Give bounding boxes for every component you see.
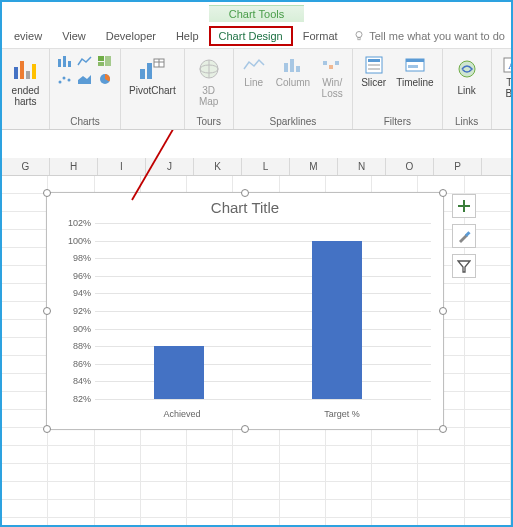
x-category-target: Target % bbox=[297, 409, 387, 419]
funnel-icon bbox=[457, 259, 471, 273]
svg-rect-18 bbox=[147, 63, 152, 79]
map-3d-label: 3D Map bbox=[199, 85, 218, 107]
y-tick-label: 82% bbox=[57, 394, 91, 404]
tab-developer[interactable]: Developer bbox=[96, 26, 166, 46]
area-chart-icon[interactable] bbox=[76, 71, 94, 87]
globe-icon bbox=[195, 57, 223, 81]
svg-rect-26 bbox=[290, 59, 294, 72]
timeline-button[interactable]: Timeline bbox=[394, 53, 435, 90]
tab-format[interactable]: Format bbox=[293, 26, 348, 46]
sparkline-column-label: Column bbox=[276, 77, 310, 88]
recommended-charts-icon bbox=[12, 57, 40, 81]
tab-review[interactable]: eview bbox=[4, 26, 52, 46]
svg-rect-36 bbox=[406, 59, 424, 62]
sparkline-winloss-label: Win/ Loss bbox=[322, 77, 343, 99]
svg-point-12 bbox=[59, 81, 62, 84]
resize-handle[interactable] bbox=[43, 189, 51, 197]
line-chart-icon[interactable] bbox=[76, 53, 94, 69]
chart-type-grid bbox=[56, 53, 114, 87]
tell-me-label: Tell me what you want to do bbox=[369, 30, 505, 42]
column-header[interactable]: G bbox=[2, 158, 50, 175]
link-label: Link bbox=[457, 85, 475, 96]
chart-plot-area[interactable] bbox=[95, 223, 431, 399]
map-3d-button[interactable]: 3D Map bbox=[191, 53, 227, 109]
chart-bar[interactable] bbox=[312, 241, 362, 399]
resize-handle[interactable] bbox=[241, 425, 249, 433]
resize-handle[interactable] bbox=[439, 425, 447, 433]
pivotchart-button[interactable]: PivotChart bbox=[127, 53, 178, 98]
resize-handle[interactable] bbox=[241, 189, 249, 197]
column-header[interactable]: I bbox=[98, 158, 146, 175]
svg-rect-8 bbox=[68, 61, 71, 67]
column-header[interactable]: N bbox=[338, 158, 386, 175]
bar-chart-icon[interactable] bbox=[56, 53, 74, 69]
svg-rect-28 bbox=[323, 61, 327, 65]
y-tick-label: 96% bbox=[57, 271, 91, 281]
column-header[interactable]: H bbox=[50, 158, 98, 175]
y-tick-label: 100% bbox=[57, 236, 91, 246]
textbox-label: Te Bo bbox=[505, 77, 513, 99]
charts-group-label: Charts bbox=[70, 116, 99, 129]
links-group-label: Links bbox=[455, 116, 478, 129]
chart-filter-button[interactable] bbox=[452, 254, 476, 278]
svg-rect-29 bbox=[329, 65, 333, 69]
column-header[interactable]: M bbox=[290, 158, 338, 175]
column-header[interactable]: O bbox=[386, 158, 434, 175]
column-header[interactable]: P bbox=[434, 158, 482, 175]
svg-rect-9 bbox=[98, 56, 104, 61]
resize-handle[interactable] bbox=[43, 307, 51, 315]
svg-point-13 bbox=[63, 77, 66, 80]
plus-icon bbox=[457, 199, 471, 213]
svg-rect-6 bbox=[58, 59, 61, 67]
link-button[interactable]: Link bbox=[449, 53, 485, 98]
tab-chart-design[interactable]: Chart Design bbox=[209, 26, 293, 46]
sparkline-winloss-icon bbox=[321, 57, 343, 73]
hierarchy-chart-icon[interactable] bbox=[96, 53, 114, 69]
worksheet[interactable]: GHIJKLMNOP Chart Title Achieved Target %… bbox=[2, 130, 511, 525]
y-tick-label: 84% bbox=[57, 376, 91, 386]
tell-me-search[interactable]: Tell me what you want to do bbox=[353, 30, 511, 42]
svg-rect-32 bbox=[368, 59, 380, 62]
svg-rect-10 bbox=[105, 56, 111, 66]
tab-bar: eview View Developer Help Chart Design F… bbox=[2, 24, 511, 48]
chart-styles-button[interactable] bbox=[452, 224, 476, 248]
svg-rect-11 bbox=[98, 62, 104, 66]
y-tick-label: 94% bbox=[57, 288, 91, 298]
tab-help[interactable]: Help bbox=[166, 26, 209, 46]
chart-elements-button[interactable] bbox=[452, 194, 476, 218]
svg-point-0 bbox=[356, 32, 362, 38]
pivotchart-icon bbox=[138, 57, 166, 81]
sparkline-winloss-button[interactable]: Win/ Loss bbox=[318, 53, 346, 101]
y-tick-label: 102% bbox=[57, 218, 91, 228]
sparkline-line-button[interactable]: Line bbox=[240, 53, 268, 90]
svg-rect-4 bbox=[26, 71, 30, 79]
column-header[interactable]: L bbox=[242, 158, 290, 175]
pie-chart-icon[interactable] bbox=[96, 71, 114, 87]
chart-bar[interactable] bbox=[154, 346, 204, 399]
resize-handle[interactable] bbox=[43, 425, 51, 433]
resize-handle[interactable] bbox=[439, 307, 447, 315]
svg-rect-37 bbox=[408, 65, 418, 68]
svg-marker-44 bbox=[458, 261, 470, 272]
brush-icon bbox=[457, 229, 471, 243]
sparkline-line-label: Line bbox=[244, 77, 263, 88]
slicer-button[interactable]: Slicer bbox=[359, 53, 388, 90]
sparkline-line-icon bbox=[243, 57, 265, 73]
tab-view[interactable]: View bbox=[52, 26, 96, 46]
textbox-button[interactable]: A Te Bo bbox=[498, 53, 513, 101]
embedded-chart[interactable]: Chart Title Achieved Target % 102%100%98… bbox=[46, 192, 444, 430]
y-tick-label: 86% bbox=[57, 359, 91, 369]
recommended-charts-button[interactable]: ended harts bbox=[8, 53, 44, 109]
svg-rect-3 bbox=[20, 61, 24, 79]
filters-group-label: Filters bbox=[384, 116, 411, 129]
sparklines-group-label: Sparklines bbox=[270, 116, 317, 129]
svg-rect-34 bbox=[368, 68, 380, 70]
svg-rect-17 bbox=[140, 69, 145, 79]
sparkline-column-button[interactable]: Column bbox=[274, 53, 312, 90]
resize-handle[interactable] bbox=[439, 189, 447, 197]
column-header[interactable]: J bbox=[146, 158, 194, 175]
scatter-chart-icon[interactable] bbox=[56, 71, 74, 87]
column-header[interactable]: K bbox=[194, 158, 242, 175]
textbox-icon: A bbox=[502, 56, 513, 74]
sparkline-column-icon bbox=[282, 57, 304, 73]
